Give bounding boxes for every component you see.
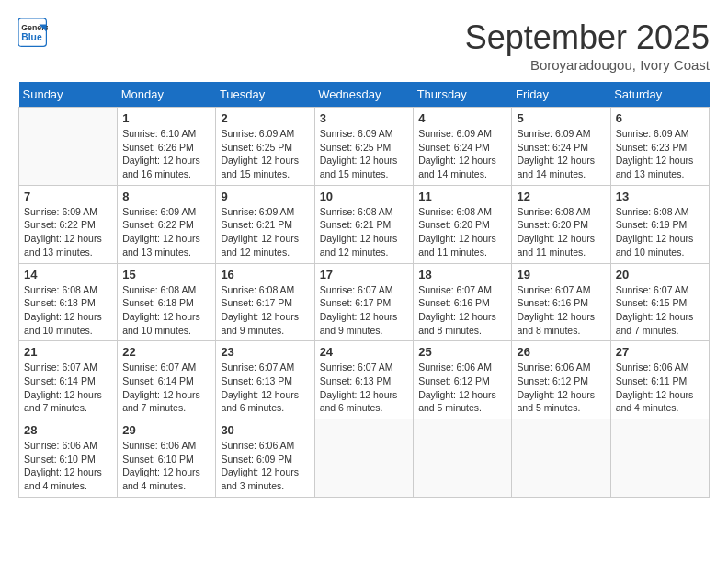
day-number: 1 <box>122 111 210 125</box>
day-info: Sunrise: 6:06 AM Sunset: 6:11 PM Dayligh… <box>616 361 704 415</box>
day-number: 12 <box>517 190 605 203</box>
day-info: Sunrise: 6:07 AM Sunset: 6:17 PM Dayligh… <box>320 283 409 338</box>
day-info: Sunrise: 6:07 AM Sunset: 6:13 PM Dayligh… <box>320 361 409 415</box>
day-number: 20 <box>616 268 704 282</box>
day-number: 14 <box>24 268 112 282</box>
calendar-cell: 20Sunrise: 6:07 AM Sunset: 6:15 PM Dayli… <box>610 263 709 341</box>
day-number: 21 <box>24 345 112 359</box>
weekday-header-saturday: Saturday <box>610 82 709 108</box>
day-number: 11 <box>418 190 506 203</box>
day-number: 27 <box>616 345 704 359</box>
logo: General Blue <box>18 18 51 48</box>
day-info: Sunrise: 6:08 AM Sunset: 6:18 PM Dayligh… <box>122 283 210 338</box>
day-info: Sunrise: 6:06 AM Sunset: 6:10 PM Dayligh… <box>122 439 210 493</box>
weekday-header-thursday: Thursday <box>414 82 512 108</box>
weekday-header-monday: Monday <box>118 82 216 108</box>
calendar-cell: 29Sunrise: 6:06 AM Sunset: 6:10 PM Dayli… <box>118 419 216 498</box>
day-info: Sunrise: 6:10 AM Sunset: 6:26 PM Dayligh… <box>122 127 210 181</box>
location-title: Boroyaradougou, Ivory Coast <box>465 57 710 73</box>
calendar-cell: 27Sunrise: 6:06 AM Sunset: 6:11 PM Dayli… <box>610 341 709 419</box>
day-number: 10 <box>320 190 409 203</box>
day-number: 9 <box>221 190 309 203</box>
day-number: 30 <box>221 423 309 437</box>
day-number: 3 <box>320 111 409 125</box>
day-info: Sunrise: 6:09 AM Sunset: 6:22 PM Dayligh… <box>122 205 210 259</box>
day-number: 13 <box>616 190 704 203</box>
calendar-week-1: 1Sunrise: 6:10 AM Sunset: 6:26 PM Daylig… <box>19 108 710 186</box>
day-info: Sunrise: 6:08 AM Sunset: 6:20 PM Dayligh… <box>517 205 605 259</box>
day-number: 28 <box>24 423 112 437</box>
calendar-cell <box>512 419 610 498</box>
day-number: 4 <box>418 111 506 125</box>
calendar-cell: 8Sunrise: 6:09 AM Sunset: 6:22 PM Daylig… <box>118 185 216 263</box>
day-info: Sunrise: 6:06 AM Sunset: 6:09 PM Dayligh… <box>221 439 309 493</box>
day-number: 23 <box>221 345 309 359</box>
calendar-cell: 11Sunrise: 6:08 AM Sunset: 6:20 PM Dayli… <box>414 185 512 263</box>
calendar-table: SundayMondayTuesdayWednesdayThursdayFrid… <box>18 82 710 498</box>
day-info: Sunrise: 6:09 AM Sunset: 6:23 PM Dayligh… <box>616 127 704 181</box>
calendar-week-4: 21Sunrise: 6:07 AM Sunset: 6:14 PM Dayli… <box>19 341 710 419</box>
calendar-cell: 4Sunrise: 6:09 AM Sunset: 6:24 PM Daylig… <box>414 108 512 186</box>
day-info: Sunrise: 6:09 AM Sunset: 6:25 PM Dayligh… <box>320 127 409 181</box>
day-info: Sunrise: 6:06 AM Sunset: 6:12 PM Dayligh… <box>418 361 506 415</box>
calendar-cell: 30Sunrise: 6:06 AM Sunset: 6:09 PM Dayli… <box>216 419 314 498</box>
day-info: Sunrise: 6:09 AM Sunset: 6:21 PM Dayligh… <box>221 205 309 259</box>
day-number: 2 <box>221 111 309 125</box>
calendar-cell: 19Sunrise: 6:07 AM Sunset: 6:16 PM Dayli… <box>512 263 610 341</box>
calendar-cell <box>414 419 512 498</box>
weekday-header-wednesday: Wednesday <box>314 82 414 108</box>
calendar-cell: 5Sunrise: 6:09 AM Sunset: 6:24 PM Daylig… <box>512 108 610 186</box>
calendar-cell: 1Sunrise: 6:10 AM Sunset: 6:26 PM Daylig… <box>118 108 216 186</box>
day-info: Sunrise: 6:09 AM Sunset: 6:25 PM Dayligh… <box>221 127 309 181</box>
calendar-cell: 23Sunrise: 6:07 AM Sunset: 6:13 PM Dayli… <box>216 341 314 419</box>
calendar-cell <box>610 419 709 498</box>
day-number: 6 <box>616 111 704 125</box>
calendar-cell <box>19 108 118 186</box>
day-number: 24 <box>320 345 409 359</box>
svg-text:Blue: Blue <box>21 32 42 42</box>
day-info: Sunrise: 6:06 AM Sunset: 6:10 PM Dayligh… <box>24 439 112 493</box>
day-info: Sunrise: 6:07 AM Sunset: 6:15 PM Dayligh… <box>616 283 704 338</box>
day-info: Sunrise: 6:08 AM Sunset: 6:17 PM Dayligh… <box>221 283 309 338</box>
calendar-cell: 9Sunrise: 6:09 AM Sunset: 6:21 PM Daylig… <box>216 185 314 263</box>
day-number: 7 <box>24 190 112 203</box>
day-number: 5 <box>517 111 605 125</box>
day-info: Sunrise: 6:09 AM Sunset: 6:24 PM Dayligh… <box>517 127 605 181</box>
weekday-header-friday: Friday <box>512 82 610 108</box>
day-info: Sunrise: 6:08 AM Sunset: 6:20 PM Dayligh… <box>418 205 506 259</box>
day-number: 17 <box>320 268 409 282</box>
calendar-cell: 15Sunrise: 6:08 AM Sunset: 6:18 PM Dayli… <box>118 263 216 341</box>
day-number: 29 <box>122 423 210 437</box>
day-number: 26 <box>517 345 605 359</box>
calendar-cell: 3Sunrise: 6:09 AM Sunset: 6:25 PM Daylig… <box>314 108 414 186</box>
calendar-cell: 13Sunrise: 6:08 AM Sunset: 6:19 PM Dayli… <box>610 185 709 263</box>
calendar-cell: 6Sunrise: 6:09 AM Sunset: 6:23 PM Daylig… <box>610 108 709 186</box>
calendar-cell: 7Sunrise: 6:09 AM Sunset: 6:22 PM Daylig… <box>19 185 118 263</box>
calendar-cell: 21Sunrise: 6:07 AM Sunset: 6:14 PM Dayli… <box>19 341 118 419</box>
day-number: 22 <box>122 345 210 359</box>
day-number: 8 <box>122 190 210 203</box>
day-info: Sunrise: 6:07 AM Sunset: 6:16 PM Dayligh… <box>517 283 605 338</box>
day-info: Sunrise: 6:07 AM Sunset: 6:16 PM Dayligh… <box>418 283 506 338</box>
day-number: 19 <box>517 268 605 282</box>
day-info: Sunrise: 6:06 AM Sunset: 6:12 PM Dayligh… <box>517 361 605 415</box>
day-number: 15 <box>122 268 210 282</box>
day-info: Sunrise: 6:09 AM Sunset: 6:22 PM Dayligh… <box>24 205 112 259</box>
calendar-cell: 16Sunrise: 6:08 AM Sunset: 6:17 PM Dayli… <box>216 263 314 341</box>
calendar-cell: 24Sunrise: 6:07 AM Sunset: 6:13 PM Dayli… <box>314 341 414 419</box>
calendar-cell: 26Sunrise: 6:06 AM Sunset: 6:12 PM Dayli… <box>512 341 610 419</box>
calendar-cell: 28Sunrise: 6:06 AM Sunset: 6:10 PM Dayli… <box>19 419 118 498</box>
calendar-week-3: 14Sunrise: 6:08 AM Sunset: 6:18 PM Dayli… <box>19 263 710 341</box>
title-block: September 2025 Boroyaradougou, Ivory Coa… <box>465 18 710 73</box>
calendar-cell: 18Sunrise: 6:07 AM Sunset: 6:16 PM Dayli… <box>414 263 512 341</box>
day-info: Sunrise: 6:07 AM Sunset: 6:14 PM Dayligh… <box>122 361 210 415</box>
day-info: Sunrise: 6:08 AM Sunset: 6:19 PM Dayligh… <box>616 205 704 259</box>
calendar-cell: 14Sunrise: 6:08 AM Sunset: 6:18 PM Dayli… <box>19 263 118 341</box>
calendar-cell <box>314 419 414 498</box>
calendar-cell: 25Sunrise: 6:06 AM Sunset: 6:12 PM Dayli… <box>414 341 512 419</box>
calendar-week-5: 28Sunrise: 6:06 AM Sunset: 6:10 PM Dayli… <box>19 419 710 498</box>
calendar-cell: 2Sunrise: 6:09 AM Sunset: 6:25 PM Daylig… <box>216 108 314 186</box>
calendar-week-2: 7Sunrise: 6:09 AM Sunset: 6:22 PM Daylig… <box>19 185 710 263</box>
day-number: 18 <box>418 268 506 282</box>
calendar-cell: 17Sunrise: 6:07 AM Sunset: 6:17 PM Dayli… <box>314 263 414 341</box>
